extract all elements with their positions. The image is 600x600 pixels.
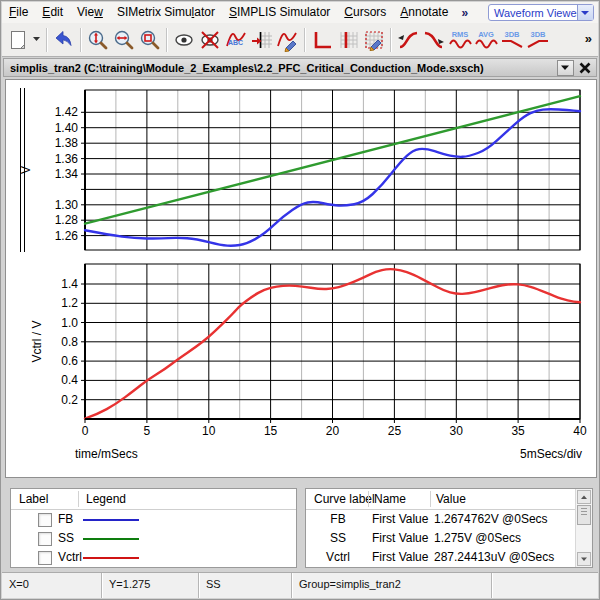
column-divider[interactable]: [430, 491, 431, 507]
window-selector-combo[interactable]: Waveform Viewer: [488, 4, 594, 21]
add-grid-button[interactable]: [335, 27, 361, 53]
measure-value: 287.24413uV @0Secs: [434, 550, 554, 564]
toolbar-overflow-chevron[interactable]: »: [585, 31, 592, 46]
waveform-viewer-window: FileEditViewSIMetrix SimulatorSIMPLIS Si…: [0, 0, 600, 600]
db3-high-button[interactable]: 3DB: [525, 27, 551, 53]
window-selector-value: Waveform Viewer: [489, 7, 577, 19]
new-graph-button[interactable]: [5, 27, 31, 53]
curve-label: SS: [58, 531, 74, 545]
db3-low-icon: 3DB: [499, 28, 525, 52]
label-curve-button[interactable]: ABC: [223, 27, 249, 53]
add-axis-button[interactable]: [309, 27, 335, 53]
vertical-scrollbar[interactable]: [575, 489, 592, 567]
scroll-down-button[interactable]: [577, 552, 591, 566]
column-divider[interactable]: [368, 491, 369, 507]
curve-label: Vctrl: [58, 550, 82, 564]
legend-row-Vctrl[interactable]: Vctrl: [11, 548, 296, 567]
column-header-value: Value: [436, 492, 466, 506]
svg-text:0.8: 0.8: [61, 335, 78, 349]
waveform-plot[interactable]: 1.421.401.381.361.341.301.281.26V1.41.21…: [6, 80, 596, 477]
measure-name: First Value: [372, 550, 428, 564]
legend-panel-header: Label Legend: [11, 489, 296, 510]
window-menu-button[interactable]: [557, 60, 574, 76]
triangle-down-icon: [581, 557, 588, 562]
label-curve-icon: ABC: [224, 28, 248, 52]
status-section-1: Y=1.275: [102, 573, 199, 598]
eye-icon: [172, 28, 196, 52]
column-header-curve-label: Curve label: [314, 492, 375, 506]
show-curve-button[interactable]: [171, 27, 197, 53]
menu-view[interactable]: View: [70, 2, 110, 23]
menubar-overflow-chevron[interactable]: »: [461, 6, 468, 20]
svg-text:0.2: 0.2: [61, 393, 78, 407]
measurement-row-FB[interactable]: FBFirst Value1.2674762V @0Secs: [306, 510, 576, 529]
x-axis: 0510152025303540time/mSecs5mSecs/div: [75, 419, 587, 461]
avg-button[interactable]: AVG: [473, 27, 499, 53]
curve-fall-button[interactable]: [421, 27, 447, 53]
close-icon: [579, 62, 591, 74]
menu-file[interactable]: File: [2, 2, 35, 23]
menu-cursors[interactable]: Cursors: [337, 2, 393, 23]
curve-visibility-checkbox[interactable]: [38, 513, 52, 527]
measurement-rows: FBFirst Value1.2674762V @0SecsSSFirst Va…: [306, 510, 576, 567]
zoom-fit-y-button[interactable]: [85, 27, 111, 53]
svg-text:15: 15: [264, 424, 278, 438]
chevron-down-icon: [33, 37, 41, 42]
curve-visibility-checkbox[interactable]: [38, 532, 52, 546]
measurement-row-Vctrl[interactable]: VctrlFirst Value287.24413uV @0Secs: [306, 548, 576, 567]
rms-button[interactable]: RMS: [447, 27, 473, 53]
legend-row-FB[interactable]: FB: [11, 510, 296, 529]
edit-grid-button[interactable]: [361, 27, 387, 53]
x-tick-labels: 0510152025303540: [82, 424, 587, 438]
legend-rows: FBSSVctrl: [11, 510, 296, 567]
zoom-box-icon: [138, 28, 162, 52]
edit-curve-icon: [276, 28, 300, 52]
move-curve-button[interactable]: [249, 27, 275, 53]
menu-simplis-simulator[interactable]: SIMPLIS Simulator: [222, 2, 337, 23]
scroll-up-button[interactable]: [577, 490, 591, 504]
legend-row-SS[interactable]: SS: [11, 529, 296, 548]
measurement-row-SS[interactable]: SSFirst Value1.275V @0Secs: [306, 529, 576, 548]
add-axis-icon: [310, 28, 334, 52]
graph-panel[interactable]: 1.421.401.381.361.341.301.281.26V1.41.21…: [5, 79, 597, 478]
svg-text:1.2: 1.2: [61, 296, 78, 310]
zoom-x-icon: [112, 28, 136, 52]
edit-curve-button[interactable]: [275, 27, 301, 53]
curve-rise-button[interactable]: [395, 27, 421, 53]
new-graph-dropdown[interactable]: [31, 27, 43, 53]
column-divider[interactable]: [78, 491, 79, 507]
db3-low-button[interactable]: 3DB: [499, 27, 525, 53]
close-button[interactable]: [577, 60, 593, 76]
menu-simetrix-simulator[interactable]: SIMetrix Simulator: [110, 2, 222, 23]
hide-curve-button[interactable]: [197, 27, 223, 53]
measure-name: First Value: [372, 531, 428, 545]
menu-annotate[interactable]: Annotate: [393, 2, 455, 23]
scrollbar-thumb[interactable]: [577, 505, 591, 525]
svg-text:1.38: 1.38: [55, 136, 79, 150]
svg-text:AVG: AVG: [478, 30, 494, 39]
svg-text:5: 5: [144, 424, 151, 438]
svg-text:10: 10: [202, 424, 216, 438]
statusbar: X=0Y=1.275SSGroup=simplis_tran2: [2, 572, 598, 598]
svg-text:1.0: 1.0: [61, 316, 78, 330]
y-tick-labels: 1.41.21.00.80.60.40.2: [61, 277, 78, 407]
svg-text:30: 30: [450, 424, 464, 438]
curve-visibility-checkbox[interactable]: [38, 551, 52, 565]
new-graph-icon: [6, 28, 30, 52]
y-tick-labels: 1.421.401.381.361.341.301.281.26: [55, 105, 79, 242]
status-section-0: X=0: [2, 573, 102, 598]
zoom-box-button[interactable]: [137, 27, 163, 53]
chevron-down-icon[interactable]: [577, 5, 593, 20]
svg-text:1.42: 1.42: [55, 105, 79, 119]
svg-text:3DB: 3DB: [504, 30, 520, 39]
svg-text:ABC: ABC: [228, 39, 243, 46]
svg-text:35: 35: [511, 424, 525, 438]
status-section-2: SS: [199, 573, 292, 598]
menu-items: FileEditViewSIMetrix SimulatorSIMPLIS Si…: [2, 2, 455, 23]
graph-window-titlebar[interactable]: simplis_tran2 (C:\training\Module_2_Exam…: [3, 58, 597, 77]
menu-edit[interactable]: Edit: [35, 2, 70, 23]
svg-text:1.28: 1.28: [55, 213, 79, 227]
svg-text:25: 25: [388, 424, 402, 438]
zoom-fit-x-button[interactable]: [111, 27, 137, 53]
undo-button[interactable]: [51, 27, 77, 53]
